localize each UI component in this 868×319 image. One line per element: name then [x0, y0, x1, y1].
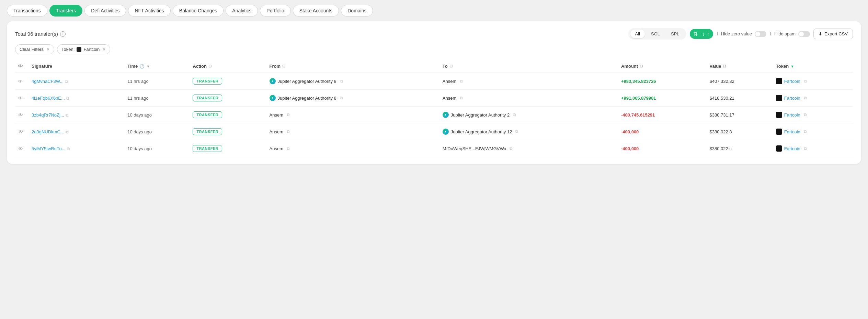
filter-sol-btn[interactable]: SOL — [646, 30, 665, 38]
hide-spam-label: Hide spam — [774, 31, 796, 36]
transfers-table: 👁 Signature Time 🕐 ▼ Action — [15, 60, 853, 157]
amount-value: +983,345.823726 — [621, 79, 656, 84]
signature-link[interactable]: 2a3gNUDkmC... — [32, 129, 64, 134]
copy-to-icon[interactable]: ⧉ — [513, 112, 516, 117]
action-badge: TRANSFER — [193, 111, 222, 118]
to-cell: Ansem⧉ — [443, 96, 616, 101]
token-square-icon — [776, 129, 782, 135]
time-cell: 10 days ago — [125, 123, 190, 140]
token-filter-icon[interactable]: ▼ — [790, 64, 794, 68]
tab-domains[interactable]: Domains — [341, 5, 373, 16]
hide-zero-toggle[interactable] — [755, 31, 766, 37]
value-filter-icon[interactable]: ⊟ — [723, 64, 726, 68]
col-signature: Signature — [32, 64, 52, 69]
token-filter-name: Fartcoin — [83, 47, 100, 52]
copy-from-icon[interactable]: ⧉ — [287, 112, 290, 117]
copy-token-icon[interactable]: ⧉ — [804, 112, 807, 117]
col-amount: Amount — [621, 64, 638, 69]
copy-from-icon[interactable]: ⧉ — [287, 129, 290, 134]
filter-tags: Clear Filters ✕ Token: Fartcoin ✕ — [15, 44, 853, 54]
time-cell: 11 hrs ago — [125, 73, 190, 90]
table-row: 👁3zb4qRr7NoZj...⧉10 days agoTRANSFERAnse… — [15, 107, 853, 123]
action-filter-icon[interactable]: ⊟ — [208, 64, 212, 68]
time-cell: 10 days ago — [125, 140, 190, 157]
copy-from-icon[interactable]: ⧉ — [287, 146, 290, 151]
table-row: 👁4i1eFqb6X6pE...⧉11 hrs agoTRANSFER✦Jupi… — [15, 90, 853, 107]
signature-link[interactable]: 3zb4qRr7NoZj... — [32, 112, 64, 118]
clear-filters-label: Clear Filters — [20, 47, 44, 52]
tab-nft[interactable]: NFT Activities — [128, 5, 170, 16]
tab-defi[interactable]: Defi Activities — [84, 5, 126, 16]
sort-divider — [700, 31, 700, 37]
token-name: Fartcoin — [784, 129, 800, 134]
row-eye-icon[interactable]: 👁 — [18, 78, 23, 84]
token-filter-tag[interactable]: Token: Fartcoin ✕ — [57, 44, 110, 54]
from-name: Ansem — [270, 129, 283, 134]
tab-transfers[interactable]: Transfers — [49, 5, 83, 16]
table-row: 👁4gMvnaCF3W...⧉11 hrs agoTRANSFER✦Jupite… — [15, 73, 853, 90]
copy-token-icon[interactable]: ⧉ — [804, 79, 807, 84]
tab-stake-accounts[interactable]: Stake Accounts — [293, 5, 339, 16]
total-transfers: Total 96 transfer(s) i — [15, 31, 66, 37]
sort-group: ⇅ ↓ ↑ — [690, 29, 713, 39]
row-eye-icon[interactable]: 👁 — [18, 129, 23, 135]
token-name: Fartcoin — [784, 96, 800, 101]
hide-spam-toggle[interactable] — [798, 31, 810, 37]
copy-from-icon[interactable]: ⧉ — [340, 96, 343, 100]
token-cell: Fartcoin⧉ — [776, 112, 850, 118]
to-filter-icon[interactable]: ⊟ — [449, 64, 453, 68]
clear-filters-tag[interactable]: Clear Filters ✕ — [15, 44, 54, 54]
copy-to-icon[interactable]: ⧉ — [460, 96, 463, 100]
amount-value: -400,745.615291 — [621, 112, 655, 118]
info-icon[interactable]: i — [60, 31, 66, 37]
amount-filter-icon[interactable]: ⊟ — [640, 64, 643, 68]
token-name: Fartcoin — [784, 112, 800, 118]
row-eye-icon[interactable]: 👁 — [18, 112, 23, 118]
from-filter-icon[interactable]: ⊟ — [282, 64, 285, 68]
from-cell: Ansem⧉ — [270, 146, 437, 151]
tab-transactions[interactable]: Transactions — [7, 5, 47, 16]
clear-filters-close[interactable]: ✕ — [46, 47, 50, 52]
table-row: 👁5yiMY5twRuTu...⧉10 days agoTRANSFERAnse… — [15, 140, 853, 157]
copy-signature-icon[interactable]: ⧉ — [66, 96, 69, 101]
tab-analytics[interactable]: Analytics — [226, 5, 258, 16]
copy-to-icon[interactable]: ⧉ — [515, 129, 518, 134]
copy-token-icon[interactable]: ⧉ — [804, 146, 807, 151]
token-name: Fartcoin — [784, 146, 800, 151]
time-filter-icon[interactable]: ▼ — [146, 64, 150, 68]
row-eye-icon[interactable]: 👁 — [18, 95, 23, 101]
copy-from-icon[interactable]: ⧉ — [340, 79, 343, 84]
export-csv-button[interactable]: ⬇ Export CSV — [813, 29, 853, 39]
card-header: Total 96 transfer(s) i All SOL SPL ⇅ ↓ ↑… — [15, 28, 853, 40]
col-time: Time — [127, 64, 138, 69]
copy-signature-icon[interactable]: ⧉ — [66, 113, 69, 118]
col-from: From — [270, 64, 281, 69]
copy-token-icon[interactable]: ⧉ — [804, 129, 807, 134]
copy-token-icon[interactable]: ⧉ — [804, 96, 807, 100]
copy-signature-icon[interactable]: ⧉ — [67, 146, 70, 151]
filter-all-btn[interactable]: All — [630, 30, 645, 38]
signature-link[interactable]: 4gMvnaCF3W... — [32, 79, 64, 84]
sort-up-icon[interactable]: ↑ — [707, 31, 710, 37]
from-name: Jupiter Aggregator Authority 8 — [278, 79, 336, 84]
value-cell: $380,022.8 — [707, 123, 773, 140]
row-eye-icon[interactable]: 👁 — [18, 146, 23, 152]
jup-to-icon: ✦ — [443, 129, 449, 135]
tab-balance-changes[interactable]: Balance Changes — [173, 5, 224, 16]
copy-to-icon[interactable]: ⧉ — [460, 79, 463, 84]
jup-to-icon: ✦ — [443, 112, 449, 118]
signature-link[interactable]: 5yiMY5twRuTu... — [32, 146, 66, 151]
tab-portfolio[interactable]: Portfolio — [260, 5, 290, 16]
copy-signature-icon[interactable]: ⧉ — [66, 130, 69, 134]
sort-both-icon[interactable]: ⇅ — [693, 31, 698, 37]
signature-link[interactable]: 4i1eFqb6X6pE... — [32, 96, 65, 101]
token-cell: Fartcoin⧉ — [776, 145, 850, 152]
filter-spl-btn[interactable]: SPL — [666, 30, 684, 38]
value-text: $380,022.c — [710, 146, 732, 151]
sort-down-icon[interactable]: ↓ — [702, 31, 705, 37]
copy-signature-icon[interactable]: ⧉ — [65, 79, 68, 84]
from-cell: ✦Jupiter Aggregator Authority 8⧉ — [270, 95, 437, 101]
copy-to-icon[interactable]: ⧉ — [510, 146, 513, 151]
token-filter-close[interactable]: ✕ — [102, 47, 106, 52]
token-name: Fartcoin — [784, 79, 800, 84]
